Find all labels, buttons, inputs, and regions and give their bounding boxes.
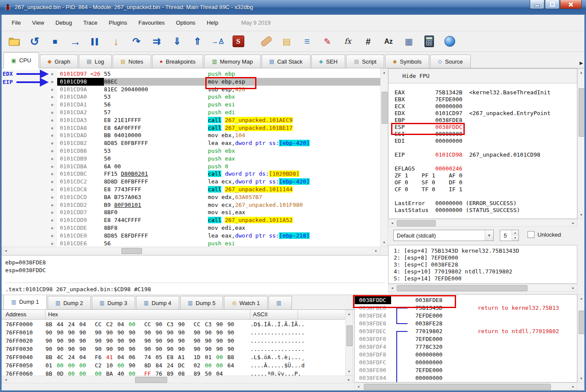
step-over-button[interactable]: ↷ <box>129 34 144 49</box>
run-to-user-code-button[interactable]: →♙ <box>210 34 225 49</box>
disassembly-pane[interactable]: 0101CD97 <2655push ebp0101CD988BECmov eb… <box>2 68 380 247</box>
menu-options[interactable]: Options <box>170 17 201 28</box>
stack-row[interactable]: 0038FDE80038FE28 <box>355 320 577 328</box>
register-ebx[interactable]: EBX 7EFDE000 <box>395 96 577 103</box>
breakpoint-dot[interactable] <box>51 104 53 106</box>
register-edi[interactable]: EDI 00000000 <box>395 138 577 145</box>
disasm-row[interactable]: 0101CD97 <2655push ebp <box>2 70 380 78</box>
strings-button[interactable]: Az <box>381 34 396 49</box>
scroll-down-icon[interactable]: ▼ <box>578 211 585 218</box>
menu-trace[interactable]: Trace <box>78 17 103 28</box>
breakpoint-dot[interactable] <box>51 227 53 229</box>
tab-memory-map[interactable]: ▥Memory Map <box>204 55 260 68</box>
stack-arg-line[interactable]: 3: [esp+C] 0038FE28 <box>389 261 577 268</box>
breakpoint-dot[interactable] <box>51 189 53 191</box>
functions-button[interactable]: fx <box>340 34 355 49</box>
registers-pane[interactable]: Hide FPU EAX 75B1342B <kernel32.BaseThre… <box>388 68 577 219</box>
breakpoint-dot[interactable] <box>51 158 53 160</box>
breakpoint-dot[interactable] <box>51 119 53 122</box>
scroll-left-icon[interactable]: ◄ <box>389 219 396 226</box>
breakpoint-dot[interactable] <box>51 127 53 129</box>
patches-button[interactable] <box>259 34 274 49</box>
tab-script[interactable]: ▤Script <box>346 55 384 68</box>
tab-dump-4[interactable]: ▥Dump 4 <box>136 296 179 309</box>
dump-row[interactable]: 76FF003090909090909090909090909090909090… <box>2 345 345 353</box>
disasm-row[interactable]: 0101CDD9E8 744CFFFFcall 267_unpacked.101… <box>2 216 380 224</box>
disasm-vscrollbar[interactable]: ▲▼ <box>380 68 388 247</box>
breakpoint-dot[interactable] <box>51 204 53 206</box>
register-lasterror[interactable]: LastError 00000000 (ERROR_SUCCESS) <box>395 200 577 207</box>
disasm-row[interactable]: 0101CDA053push ebx <box>2 93 380 101</box>
pause-button[interactable]: ▌▌ <box>88 34 103 49</box>
disasm-row[interactable]: 0101CDA156push esi <box>2 101 380 109</box>
scroll-up-icon[interactable]: ▲ <box>381 69 388 76</box>
scrollbar-thumb[interactable] <box>579 311 585 334</box>
disasm-row[interactable]: 0101CDA8E8 6AF0FFFFcall 267_unpacked.101… <box>2 124 380 132</box>
breakpoint-dot[interactable] <box>51 73 53 75</box>
tab-dump-1[interactable]: ▥Dump 1 <box>3 295 47 310</box>
dump-row[interactable]: 76FF00008B442404CCC20400CC90C390CCC39090… <box>2 320 345 328</box>
disasm-row[interactable]: 0101CDD2B9 80F90101mov ecx,267_unpacked.… <box>2 201 380 209</box>
tab-dump-5[interactable]: ▥Dump 5 <box>180 296 223 309</box>
register-laststatus[interactable]: LastStatus 00000000 (STATUS_SUCCESS) <box>395 207 577 214</box>
stack-hscrollbar[interactable]: ◄► <box>354 382 577 390</box>
dump-row[interactable]: 76FF001090909090909090909090909090909090… <box>2 328 345 337</box>
menu-view[interactable]: View <box>26 17 50 28</box>
scroll-left-icon[interactable]: ◄ <box>2 376 10 383</box>
register-eflags[interactable]: EFLAGS 00000246 <box>395 165 577 172</box>
register-flags-cf-tf-if[interactable]: CF 0 TF 0 IF 1 <box>395 186 577 193</box>
memory-button[interactable]: ▦ <box>401 34 416 49</box>
disasm-row[interactable]: 0101CD9A81EC 20040000sub esp,420 <box>2 86 380 93</box>
disasm-row[interactable]: 0101CDB853push ebx <box>2 147 380 155</box>
stack-row[interactable]: 0038FDF47778C320 <box>355 343 577 351</box>
dump-vscrollbar[interactable]: ▲▼ <box>345 310 353 376</box>
scroll-right-icon[interactable]: ► <box>570 383 577 390</box>
chevron-down-icon[interactable]: ▼ <box>485 230 493 241</box>
dump-row[interactable]: 76FF002090909090909090909090909090909090… <box>2 337 345 345</box>
menu-help[interactable]: Help <box>201 17 224 28</box>
disasm-row[interactable]: 0101CD988BECmov ebp,esp <box>2 78 380 86</box>
disasm-row[interactable]: 0101CDBCFF15 D80B0201call dword ptr ds:[… <box>2 170 380 178</box>
stack-row[interactable]: 0038FDE075B1343Dreturn to kernel32.75B13 <box>355 304 577 312</box>
tab-notes[interactable]: ▤Notes <box>113 55 151 68</box>
tab-dump-3[interactable]: ▥Dump 3 <box>92 296 135 309</box>
scroll-left-icon[interactable]: ◄ <box>389 284 396 291</box>
breakpoint-dot[interactable] <box>51 89 53 91</box>
spinner-up-icon[interactable]: ▲ <box>512 230 518 235</box>
register-esp[interactable]: ESP 0038FDDC <box>395 124 577 131</box>
compare-button[interactable]: ≡ <box>300 34 314 49</box>
breakpoint-dot[interactable] <box>51 173 53 175</box>
breakpoint-dot[interactable] <box>51 135 53 137</box>
help-button[interactable] <box>442 34 457 49</box>
tab-dump-2[interactable]: ▥Dump 2 <box>48 296 91 309</box>
hide-fpu-button[interactable]: Hide FPU <box>389 69 577 84</box>
arg-count-spinner[interactable]: 5 ▲▼ <box>500 230 519 241</box>
breakpoint-dot[interactable] <box>51 142 53 145</box>
disasm-row[interactable]: 0101CDA3E8 21E1FFFFcall 267_unpacked.101… <box>2 116 380 124</box>
disasm-row[interactable]: 0101CDADBB 04010000mov ebx,104 <box>2 132 380 139</box>
titlebar[interactable]: 267_unpacked.bin - PID: 864 - Module: 26… <box>0 0 586 15</box>
comment-button[interactable]: ▤ <box>279 34 294 49</box>
breakpoint-dot[interactable] <box>51 112 53 114</box>
calculator-button[interactable] <box>422 34 437 49</box>
tab-graph[interactable]: ◆Graph <box>40 55 78 68</box>
breakpoint-dot[interactable] <box>51 219 53 222</box>
disasm-row[interactable]: 0101CDC8E8 7743FFFFcall 267_unpacked.101… <box>2 186 380 193</box>
disasm-row[interactable]: 0101CDBA6A 00push 0 <box>2 163 380 170</box>
step-into-button[interactable]: ↓ <box>109 34 123 49</box>
stack-row[interactable]: 0038FDF07EFDE000 <box>355 335 577 343</box>
menu-debug[interactable]: Debug <box>50 17 78 28</box>
menu-favourites[interactable]: Favourites <box>133 17 171 28</box>
breakpoint-dot[interactable] <box>51 166 53 168</box>
breakpoint-dot[interactable] <box>51 81 53 83</box>
scrollbar-thumb[interactable] <box>397 220 436 226</box>
register-ecx[interactable]: ECX 00000000 <box>395 103 577 110</box>
disasm-row[interactable]: 0101CDE08D85 E8FDFFFFlea eax,dword ptr s… <box>2 232 380 240</box>
breakpoint-dot[interactable] <box>51 181 53 183</box>
disasm-hscrollbar[interactable]: ◄► <box>2 247 380 254</box>
breakpoint-dot[interactable] <box>51 235 53 237</box>
scroll-left-icon[interactable]: ◄ <box>355 383 362 390</box>
stack-arg-line[interactable]: 1: [esp+4] 75B1343D kernel32.75B1343D <box>389 247 577 254</box>
disasm-row[interactable]: 0101CDE656push esi <box>2 240 380 247</box>
spinner-down-icon[interactable]: ▼ <box>512 235 518 241</box>
